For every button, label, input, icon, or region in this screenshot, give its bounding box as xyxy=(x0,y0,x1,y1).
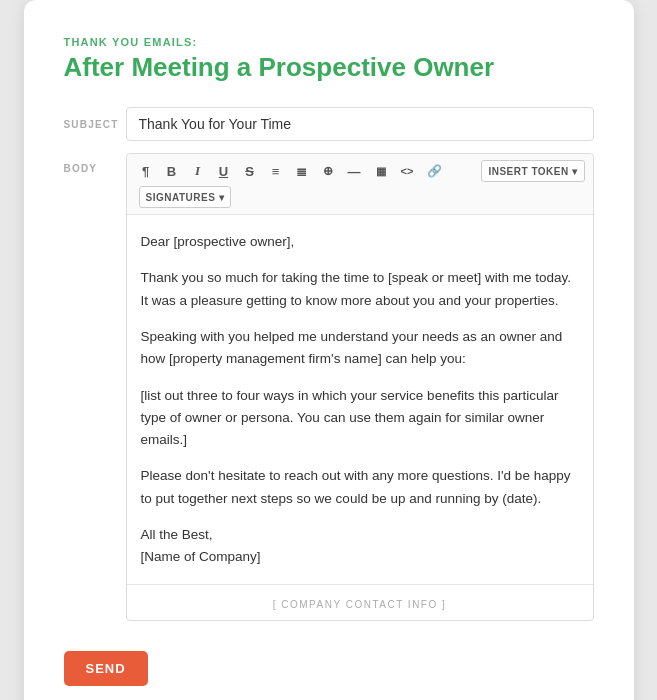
body-paragraph-1: Dear [prospective owner], xyxy=(141,231,579,253)
email-template-card: Thank You Emails: After Meeting a Prospe… xyxy=(24,0,634,700)
link-icon[interactable]: ⊕ xyxy=(317,160,339,182)
underline-icon[interactable]: U xyxy=(213,160,235,182)
ordered-list-icon[interactable]: ≣ xyxy=(291,160,313,182)
code-icon[interactable]: <> xyxy=(396,160,419,182)
body-paragraph-6: All the Best,[Name of Company] xyxy=(141,524,579,569)
body-paragraph-4: [list out three to four ways in which yo… xyxy=(141,385,579,452)
subject-row: Subject xyxy=(64,107,594,141)
send-button[interactable]: SEND xyxy=(64,651,148,686)
italic-icon[interactable]: I xyxy=(187,160,209,182)
strikethrough-icon[interactable]: S xyxy=(239,160,261,182)
signatures-dropdown[interactable]: SIGNATURES ▾ xyxy=(139,186,232,208)
editor-toolbar: ¶ B I U S ≡ ≣ ⊕ — ▦ <> 🔗 INSERT TOKEN ▾ … xyxy=(127,154,593,215)
body-paragraph-5: Please don't hesitate to reach out with … xyxy=(141,465,579,510)
editor-container: ¶ B I U S ≡ ≣ ⊕ — ▦ <> 🔗 INSERT TOKEN ▾ … xyxy=(126,153,594,621)
subject-label: Subject xyxy=(64,119,126,130)
body-paragraph-2: Thank you so much for taking the time to… xyxy=(141,267,579,312)
category-label: Thank You Emails: xyxy=(64,36,594,48)
company-footer: [ COMPANY CONTACT INFO ] xyxy=(127,584,593,620)
body-label: Body xyxy=(64,153,126,174)
paragraph-icon[interactable]: ¶ xyxy=(135,160,157,182)
main-title: After Meeting a Prospective Owner xyxy=(64,52,594,83)
body-paragraph-3: Speaking with you helped me understand y… xyxy=(141,326,579,371)
attachment-icon[interactable]: 🔗 xyxy=(422,160,447,182)
email-body-content[interactable]: Dear [prospective owner], Thank you so m… xyxy=(127,215,593,584)
image-icon[interactable]: ▦ xyxy=(370,160,392,182)
unordered-list-icon[interactable]: ≡ xyxy=(265,160,287,182)
company-contact-info: [ COMPANY CONTACT INFO ] xyxy=(273,599,447,610)
body-row: Body ¶ B I U S ≡ ≣ ⊕ — ▦ <> 🔗 INSERT TOK… xyxy=(64,153,594,621)
bold-icon[interactable]: B xyxy=(161,160,183,182)
subject-input[interactable] xyxy=(126,107,594,141)
horizontal-rule-icon[interactable]: — xyxy=(343,160,366,182)
insert-token-dropdown[interactable]: INSERT TOKEN ▾ xyxy=(481,160,584,182)
